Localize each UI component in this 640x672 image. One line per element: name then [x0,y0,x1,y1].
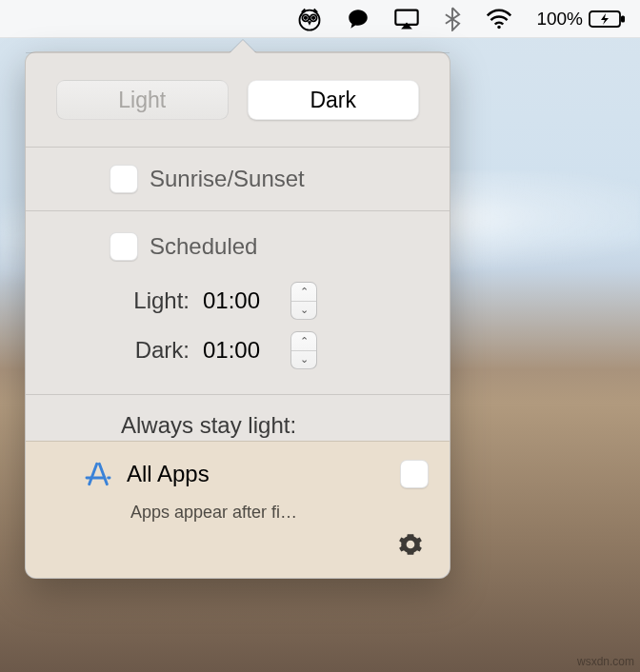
dark-mode-label: Dark [310,88,356,113]
scheduled-section: Scheduled Light: 01:00 ⌃ ⌄ Dark: 01:00 ⌃… [26,210,450,394]
scheduled-checkbox[interactable] [110,232,138,261]
always-light-title: Always stay light: [26,395,450,441]
svg-rect-8 [621,15,625,22]
stepper-up-icon[interactable]: ⌃ [291,283,316,302]
all-apps-row: All Apps [83,459,429,489]
appstore-icon [83,459,113,489]
watermark: wsxdn.com [577,655,634,668]
light-mode-label: Light [118,88,166,113]
popover-caret [230,40,256,53]
owl-icon[interactable] [296,6,323,32]
sunrise-label: Sunrise/Sunset [150,166,305,192]
all-apps-label: All Apps [127,461,210,487]
wifi-icon[interactable] [485,9,513,30]
dark-time-stepper[interactable]: ⌃ ⌄ [290,331,317,369]
stepper-down-icon[interactable]: ⌄ [291,351,316,369]
dark-mode-button[interactable]: Dark [248,80,420,120]
speech-bubble-icon[interactable] [346,7,370,31]
bluetooth-icon[interactable] [443,7,462,31]
battery-charging-icon [589,10,627,29]
appearance-toggle: Light Dark [26,52,450,147]
apps-hint: Apps appear after fi… [130,503,429,523]
svg-point-3 [305,16,307,18]
light-time-value[interactable]: 01:00 [203,287,277,314]
battery-status[interactable]: 100% [536,9,627,30]
always-light-section: Always stay light: All Apps Apps appear … [26,394,450,578]
scheduled-label: Scheduled [150,233,257,260]
apps-list: All Apps Apps appear after fi… [26,441,450,578]
sunrise-section: Sunrise/Sunset [26,147,450,210]
dark-time-label: Dark: [121,337,190,364]
all-apps-checkbox[interactable] [400,460,429,488]
gear-icon[interactable] [398,532,423,561]
stepper-up-icon[interactable]: ⌃ [291,332,316,351]
nightowl-popover: Light Dark Sunrise/Sunset Scheduled Ligh… [25,51,450,579]
airplay-icon[interactable] [393,8,420,30]
svg-point-6 [498,25,501,28]
sunrise-checkbox[interactable] [110,165,138,193]
menubar: 100% [0,0,640,38]
battery-percentage: 100% [536,9,583,30]
dark-time-value[interactable]: 01:00 [203,337,277,364]
light-time-label: Light: [121,287,190,314]
svg-point-4 [312,16,314,18]
light-mode-button[interactable]: Light [56,80,229,120]
stepper-down-icon[interactable]: ⌄ [291,302,316,320]
light-time-stepper[interactable]: ⌃ ⌄ [290,282,317,320]
